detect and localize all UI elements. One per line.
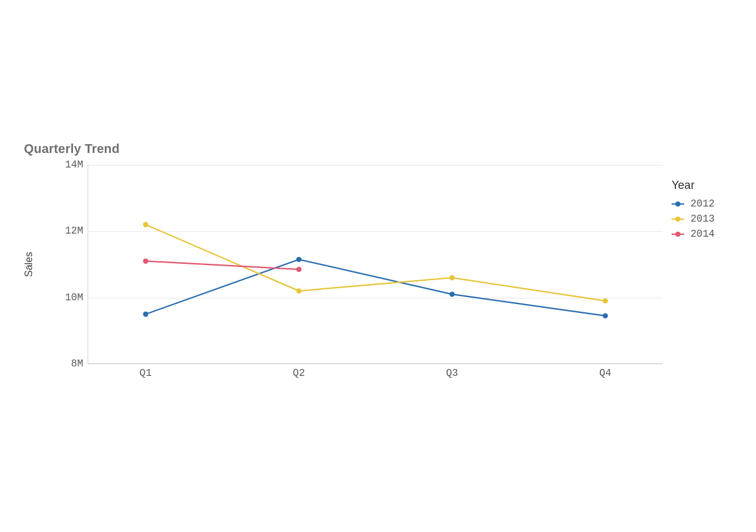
chart-svg [88,165,663,364]
data-point [296,257,301,262]
chart-container: Quarterly Trend Sales 8M 10M 12M 14M Q1 … [0,0,756,532]
data-point [603,298,608,303]
x-tick-label: Q3 [446,368,458,379]
data-point [296,288,301,293]
legend-item-2012[interactable]: 2012 [672,198,747,210]
series-line-2014 [146,261,299,269]
y-axis-title: Sales [23,252,35,277]
data-point [296,267,301,272]
x-tick-label: Q4 [599,368,611,379]
legend-item-2014[interactable]: 2014 [672,229,747,240]
data-point [603,313,608,318]
legend-title: Year [672,179,747,192]
series-line-2012 [146,259,605,316]
x-tick-label: Q1 [140,368,152,379]
chart-title: Quarterly Trend [24,142,120,156]
legend-label: 2014 [690,229,714,240]
y-tick-label: 8M [71,358,83,370]
legend-label: 2013 [690,213,714,225]
legend-label: 2012 [690,198,714,210]
legend-swatch [672,216,684,222]
legend-swatch [672,201,684,207]
plot-area: 8M 10M 12M 14M Q1 Q2 Q3 Q4 [88,165,663,364]
data-point [449,275,454,280]
y-tick-label: 12M [65,225,83,237]
series-dots-2012 [143,257,608,319]
y-tick-label: 14M [65,159,83,171]
data-point [143,312,148,317]
legend-item-2013[interactable]: 2013 [672,213,747,225]
data-point [449,291,454,297]
gridline [88,364,663,365]
data-point [143,259,148,264]
legend: Year 2012 2013 2014 [672,179,747,244]
legend-swatch [672,231,684,237]
x-tick-label: Q2 [293,368,305,379]
y-tick-label: 10M [65,292,83,303]
data-point [143,222,148,227]
